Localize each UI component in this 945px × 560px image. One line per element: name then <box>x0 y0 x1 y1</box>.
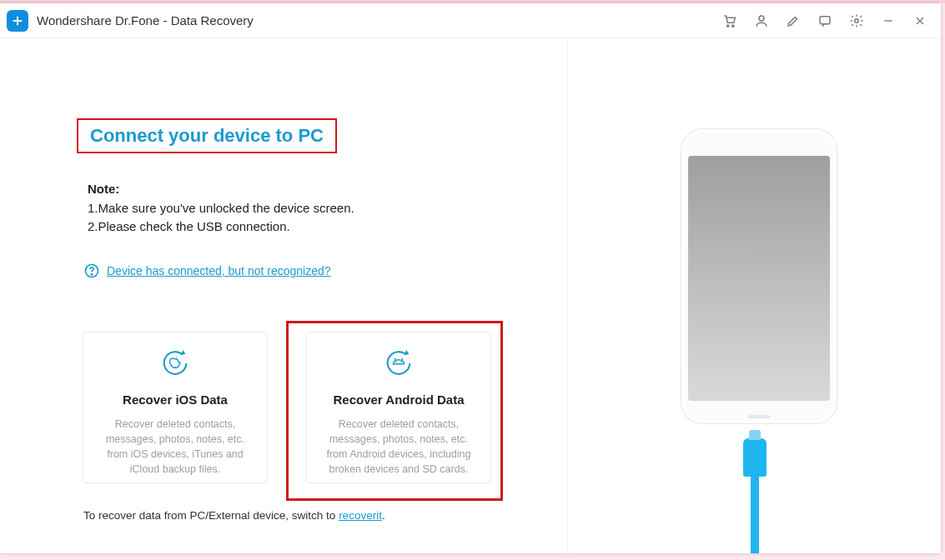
right-pane <box>567 38 941 553</box>
footer-suffix: . <box>382 509 385 522</box>
svg-point-1 <box>732 24 734 26</box>
phone-home-indicator <box>748 415 770 418</box>
heading-highlight-box: Connect your device to PC <box>77 118 337 153</box>
svg-point-8 <box>401 361 403 362</box>
cards-row: Recover iOS Data Recover deleted contact… <box>83 332 491 483</box>
phone-illustration <box>681 128 837 424</box>
svg-point-2 <box>759 16 764 21</box>
note-block: Note: 1.Make sure you've unlocked the de… <box>88 180 354 237</box>
android-card-desc: Recover deleted contacts, messages, phot… <box>319 417 479 478</box>
titlebar-left: Wondershare Dr.Fone - Data Recovery <box>7 10 254 32</box>
edit-icon[interactable] <box>779 7 807 35</box>
note-line-1: 1.Make sure you've unlocked the device s… <box>88 199 354 218</box>
footer-prefix: To recover data from PC/External device,… <box>83 509 339 522</box>
android-card-title: Recover Android Data <box>334 392 465 407</box>
note-label: Note: <box>88 180 354 199</box>
android-recover-icon <box>382 346 415 382</box>
ios-card-desc: Recover deleted contacts, messages, phot… <box>95 417 255 478</box>
help-link[interactable]: Device has connected, but not recognized… <box>107 264 331 278</box>
app-window: Wondershare Dr.Fone - Data Recovery <box>0 3 941 553</box>
feedback-icon[interactable] <box>811 7 839 35</box>
svg-point-7 <box>395 361 397 362</box>
recover-android-card[interactable]: Recover Android Data Recover deleted con… <box>306 332 491 483</box>
svg-point-4 <box>855 18 859 22</box>
minimize-button[interactable] <box>874 7 902 35</box>
ios-card-title: Recover iOS Data <box>123 392 228 407</box>
titlebar: Wondershare Dr.Fone - Data Recovery <box>0 3 941 38</box>
recover-ios-card[interactable]: Recover iOS Data Recover deleted contact… <box>83 332 268 483</box>
close-button[interactable] <box>906 7 934 35</box>
note-line-2: 2.Please check the USB connection. <box>88 218 354 237</box>
usb-plug-icon <box>743 438 767 477</box>
phone-screen <box>688 156 830 401</box>
svg-point-6 <box>91 274 92 275</box>
account-icon[interactable] <box>747 7 776 35</box>
app-logo-icon <box>7 10 28 32</box>
ios-recover-icon <box>158 346 192 382</box>
settings-icon[interactable] <box>842 7 871 35</box>
page-heading: Connect your device to PC <box>90 125 324 147</box>
svg-point-0 <box>727 24 729 26</box>
left-pane: Connect your device to PC Note: 1.Make s… <box>0 38 567 553</box>
svg-rect-3 <box>820 16 830 23</box>
footer-text: To recover data from PC/External device,… <box>83 509 385 522</box>
app-title: Wondershare Dr.Fone - Data Recovery <box>37 13 254 28</box>
footer-link[interactable]: recoverit <box>339 509 382 522</box>
help-icon <box>83 262 100 279</box>
help-row: Device has connected, but not recognized… <box>83 262 331 279</box>
titlebar-actions <box>716 7 934 35</box>
content-area: Connect your device to PC Note: 1.Make s… <box>0 38 941 553</box>
cart-icon[interactable] <box>716 7 744 35</box>
usb-cable-icon <box>751 475 759 553</box>
